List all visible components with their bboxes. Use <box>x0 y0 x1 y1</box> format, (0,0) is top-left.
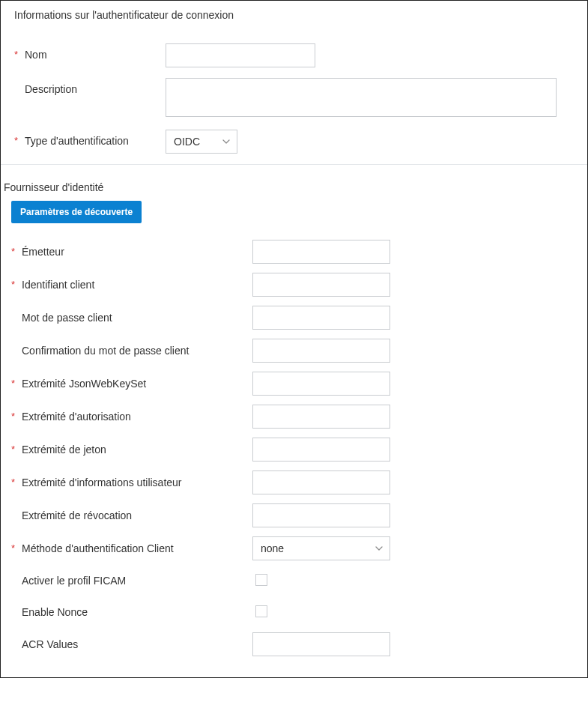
auth-config-form: Informations sur l'authentificateur de c… <box>0 0 588 678</box>
required-marker: * <box>11 537 22 560</box>
row-authtype: * Type d'authentification OIDC <box>14 130 574 154</box>
required-marker: * <box>11 372 22 395</box>
required-marker: * <box>14 43 25 66</box>
authtype-select[interactable]: OIDC <box>166 130 237 154</box>
nonce-label: Enable Nonce <box>22 601 252 623</box>
client-secret-label: Mot de passe client <box>22 306 252 329</box>
row-revocation: * Extrémité de révocation <box>11 503 577 527</box>
nonce-checkbox[interactable] <box>255 605 267 617</box>
required-marker: * <box>11 240 22 263</box>
authtype-control: OIDC <box>166 130 237 154</box>
client-id-label: Identifiant client <box>22 273 252 296</box>
userinfo-label: Extrémité d'informations utilisateur <box>22 471 252 494</box>
row-name: * Nom <box>14 43 574 67</box>
acr-input[interactable] <box>252 632 390 656</box>
row-acr: * ACR Values <box>11 632 577 656</box>
row-nonce: * Enable Nonce <box>11 601 577 623</box>
name-control <box>166 43 315 67</box>
row-authz: * Extrémité d'autorisation <box>11 405 577 429</box>
client-secret-confirm-label: Confirmation du mot de passe client <box>22 339 252 362</box>
client-secret-input[interactable] <box>252 306 390 330</box>
authz-label: Extrémité d'autorisation <box>22 405 252 428</box>
client-secret-confirm-input[interactable] <box>252 339 390 363</box>
authtype-select-wrap: OIDC <box>166 130 237 154</box>
row-client-secret: * Mot de passe client <box>11 306 577 330</box>
row-userinfo: * Extrémité d'informations utilisateur <box>11 470 577 494</box>
ficam-label: Activer le profil FICAM <box>22 569 252 592</box>
section-auth-info-title: Informations sur l'authentificateur de c… <box>1 1 587 28</box>
token-input[interactable] <box>252 438 390 462</box>
description-label: Description <box>25 78 166 100</box>
required-marker: * <box>11 273 22 296</box>
authz-input[interactable] <box>252 405 390 429</box>
row-ficam: * Activer le profil FICAM <box>11 569 577 592</box>
revocation-input[interactable] <box>252 503 390 527</box>
name-input[interactable] <box>166 43 315 67</box>
description-textarea[interactable] <box>166 78 557 117</box>
issuer-label: Émetteur <box>22 240 252 263</box>
revocation-label: Extrémité de révocation <box>22 504 252 527</box>
idp-block: * Émetteur * Identifiant client * Mot de… <box>1 240 587 656</box>
description-control <box>166 78 574 119</box>
authtype-label: Type d'authentification <box>25 130 166 152</box>
row-token: * Extrémité de jeton <box>11 438 577 462</box>
section-idp-title: Fournisseur d'identité <box>1 165 587 201</box>
discovery-settings-button[interactable]: Paramètres de découverte <box>11 201 142 223</box>
required-marker: * <box>11 405 22 428</box>
jwks-label: Extrémité JsonWebKeySet <box>22 372 252 395</box>
ficam-checkbox[interactable] <box>255 574 267 586</box>
row-description: * Description <box>14 78 574 119</box>
required-marker: * <box>14 130 25 152</box>
row-jwks: * Extrémité JsonWebKeySet <box>11 372 577 396</box>
row-issuer: * Émetteur <box>11 240 577 264</box>
jwks-input[interactable] <box>252 372 390 396</box>
nonce-checkbox-cell <box>252 605 267 620</box>
client-auth-method-select[interactable]: none <box>252 536 390 560</box>
auth-info-block: * Nom * Description * Type d'authentific… <box>1 43 587 154</box>
required-marker: * <box>11 471 22 494</box>
ficam-checkbox-cell <box>252 574 267 588</box>
client-id-input[interactable] <box>252 273 390 297</box>
required-marker: * <box>11 438 22 461</box>
userinfo-input[interactable] <box>252 470 390 494</box>
name-label: Nom <box>25 43 166 66</box>
client-auth-method-select-wrap: none <box>252 536 390 560</box>
acr-label: ACR Values <box>22 633 252 656</box>
client-auth-method-label: Méthode d'authentification Client <box>22 537 252 560</box>
row-client-id: * Identifiant client <box>11 273 577 297</box>
row-client-secret-confirm: * Confirmation du mot de passe client <box>11 339 577 363</box>
token-label: Extrémité de jeton <box>22 438 252 461</box>
issuer-input[interactable] <box>252 240 390 264</box>
row-client-auth-method: * Méthode d'authentification Client none <box>11 536 577 560</box>
